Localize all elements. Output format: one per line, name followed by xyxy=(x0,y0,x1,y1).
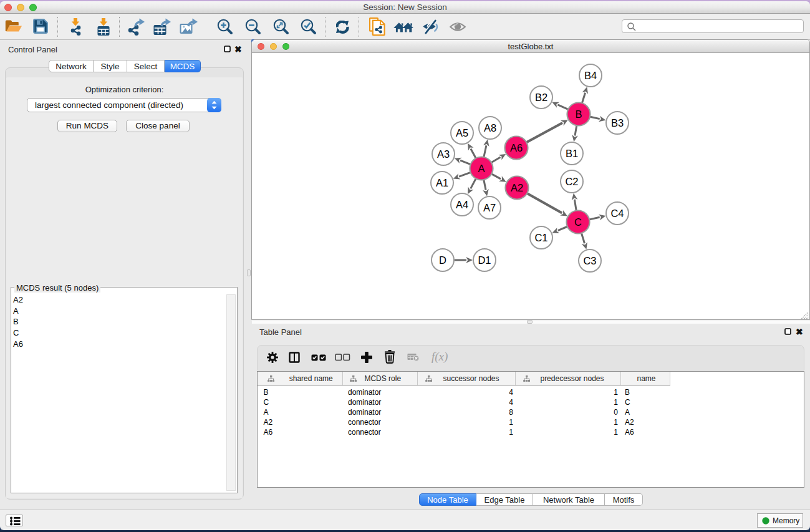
svg-text:D: D xyxy=(439,254,446,266)
svg-text:C1: C1 xyxy=(534,232,547,243)
svg-text:B1: B1 xyxy=(566,148,578,159)
svg-text:B4: B4 xyxy=(584,70,597,81)
svg-text:A7: A7 xyxy=(483,202,496,213)
svg-text:A: A xyxy=(478,163,485,174)
svg-text:A1: A1 xyxy=(436,177,448,188)
svg-text:A4: A4 xyxy=(456,199,468,210)
svg-text:B3: B3 xyxy=(611,117,624,128)
svg-text:A6: A6 xyxy=(510,142,523,153)
svg-text:A3: A3 xyxy=(437,148,450,160)
svg-text:C2: C2 xyxy=(565,176,578,187)
svg-text:C3: C3 xyxy=(583,255,596,266)
svg-text:B2: B2 xyxy=(535,92,547,103)
svg-text:B: B xyxy=(575,109,582,120)
svg-text:A5: A5 xyxy=(456,127,468,138)
svg-text:A2: A2 xyxy=(511,182,523,193)
svg-text:D1: D1 xyxy=(478,254,491,266)
svg-text:C: C xyxy=(574,216,582,228)
svg-text:A8: A8 xyxy=(484,122,496,133)
svg-text:C4: C4 xyxy=(610,208,624,219)
